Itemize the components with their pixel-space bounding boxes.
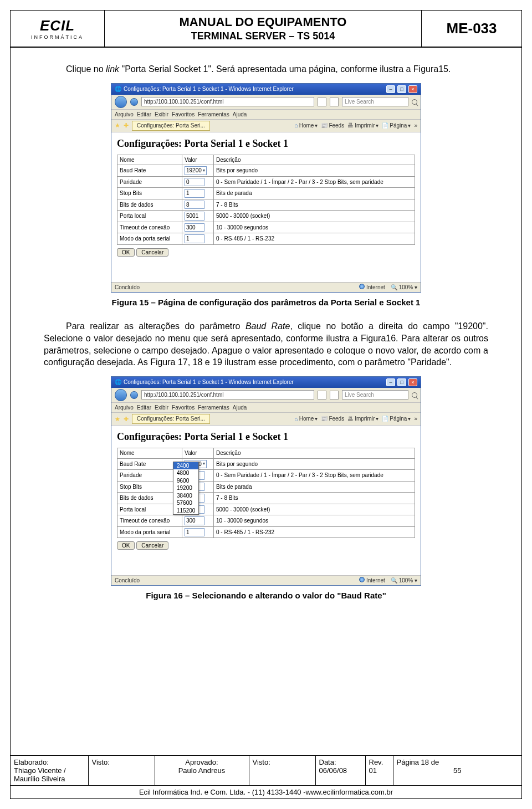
ie-favicon: 🌐 [115,85,121,93]
chevron-right-icon-2[interactable]: » [414,415,417,423]
dropdown-opt-19200[interactable]: 19200 [173,484,198,492]
ie-tabbar: ★ ✚ Configurações: Porta Seri... ⌂Home ▾… [111,120,421,132]
page-tool-2[interactable]: 📄 Página ▾ [382,415,411,423]
ie-title-text: Configurações: Porta Serial 1 e Socket 1… [124,85,384,93]
go-button-2[interactable] [318,391,326,400]
baudrate-select[interactable]: 19200▾ [185,166,207,175]
search-icon[interactable] [412,99,417,105]
menu-ajuda-2[interactable]: Ajuda [233,404,247,412]
p1-link-word: link [106,64,119,74]
menu-editar[interactable]: Editar [137,111,151,119]
caption-fig16: Figura 16 – Selecionando e alterando o v… [44,590,488,601]
forward-button[interactable] [130,98,138,106]
zoom-control[interactable]: 🔍 100% ▾ [391,284,417,291]
search-box-2[interactable]: Live Search [342,390,408,400]
ie-statusbar-2: Concluído Internet 🔍 100% ▾ [111,575,421,586]
print-tool[interactable]: 🖶Imprimir ▾ [347,121,378,130]
ie-titlebar-2: 🌐 Configurações: Porta Serial 1 e Socket… [111,377,421,388]
refresh-button[interactable] [330,98,339,106]
p1-a: Clique no [66,64,106,74]
modo-input[interactable]: 1 [185,234,204,243]
caption-fig15: Figura 15 – Página de configuração dos p… [44,297,488,308]
back-button[interactable] [115,96,127,108]
maximize-button-2[interactable]: □ [397,378,406,386]
ok-button[interactable]: OK [117,248,135,257]
ie-window-1: 🌐 Configurações: Porta Serial 1 e Socket… [111,83,421,293]
minimize-button-2[interactable]: – [386,378,395,386]
p1-c: "Porta Serial Socket 1". Será apresentad… [119,64,451,74]
logo-cell: ECIL INFORMÁTICA [11,11,105,47]
close-button-2[interactable]: × [408,378,417,386]
menu-editar-2[interactable]: Editar [137,404,151,412]
page-tool[interactable]: 📄 Página ▾ [382,122,411,130]
zoom-control-2[interactable]: 🔍 100% ▾ [391,577,417,585]
back-button-2[interactable] [115,389,127,401]
dropdown-opt-4800[interactable]: 4800 [173,469,198,477]
favorites-icon[interactable]: ★ [115,121,120,130]
footer-page-total: 55 [397,766,519,775]
refresh-button-2[interactable] [330,391,339,400]
globe-icon-2 [359,577,365,582]
portalocal-input[interactable]: 5001 [185,212,204,221]
menu-exibir-2[interactable]: Exibir [155,404,168,412]
search-icon-2[interactable] [412,392,417,398]
logo-brand: ECIL [31,17,84,34]
title-main: MANUAL DO EQUIPAMENTO [180,15,347,29]
dropdown-opt-38400[interactable]: 38400 [173,492,198,500]
browser-tab-2[interactable]: Configurações: Porta Seri... [132,414,210,424]
address-bar[interactable]: http://100.100.100.251/conf.html [141,97,314,107]
ie-title-text-2: Configurações: Porta Serial 1 e Socket 1… [124,378,384,386]
menu-arquivo[interactable]: Arquivo [115,111,134,119]
go-button[interactable] [318,98,326,106]
baudrate-dropdown[interactable]: 2400 4800 9600 19200 38400 57600 115200 [173,462,199,515]
add-fav-icon-2[interactable]: ✚ [124,415,129,423]
status-zone: Internet [366,284,385,290]
menu-ajuda[interactable]: Ajuda [233,111,247,119]
home-tool-2[interactable]: ⌂Home ▾ [294,415,318,423]
forward-button-2[interactable] [130,391,138,399]
databits-input[interactable]: 8 [185,201,204,209]
globe-icon [359,284,365,289]
cancel-button[interactable]: Cancelar [136,248,168,257]
timeout-input[interactable]: 300 [185,223,204,232]
maximize-button[interactable]: □ [397,85,406,93]
menu-ferramentas[interactable]: Ferramentas [198,111,229,119]
footer-rev-value: 01 [369,766,390,775]
print-tool-2[interactable]: 🖶Imprimir ▾ [347,415,378,423]
p2-a: Para realizar as alterações do parâmetro [66,321,245,331]
stopbits-input[interactable]: 1 [185,189,204,198]
paridade-input[interactable]: 0 [185,178,204,187]
menu-arquivo-2[interactable]: Arquivo [115,404,134,412]
menu-favoritos[interactable]: Favoritos [172,111,195,119]
feeds-tool-2[interactable]: 📰 Feeds [321,415,344,423]
footer-aprovado-label: Aprovado: [158,758,245,766]
chevron-right-icon[interactable]: » [414,122,417,130]
address-bar-2[interactable]: http://100.100.100.251/conf.html [141,390,314,400]
dropdown-opt-115200[interactable]: 115200 [173,507,198,515]
cancel-button-2[interactable]: Cancelar [136,541,168,550]
title-cell: MANUAL DO EQUIPAMENTO TERMINAL SERVER – … [105,11,422,47]
dropdown-opt-57600[interactable]: 57600 [173,499,198,507]
footer-data-label: Data: [319,758,362,766]
search-box[interactable]: Live Search [342,97,408,107]
menu-favoritos-2[interactable]: Favoritos [172,404,195,412]
doc-code: ME-033 [446,20,497,37]
feeds-tool[interactable]: 📰 Feeds [321,122,344,130]
close-button[interactable]: × [408,85,417,93]
add-fav-icon[interactable]: ✚ [124,121,129,130]
doc-header: ECIL INFORMÁTICA MANUAL DO EQUIPAMENTO T… [11,11,521,48]
ok-button-2[interactable]: OK [117,541,135,550]
home-tool[interactable]: ⌂Home ▾ [294,121,318,130]
dropdown-opt-2400[interactable]: 2400 [173,462,198,470]
browser-tab[interactable]: Configurações: Porta Seri... [132,121,210,131]
footer-visto2-label: Visto: [253,758,312,766]
favorites-icon-2[interactable]: ★ [115,415,120,423]
status-left: Concluído [115,284,140,291]
minimize-button[interactable]: – [386,85,395,93]
dropdown-opt-9600[interactable]: 9600 [173,477,198,485]
config-heading: Configurações: Porta Serial 1 e Socket 1 [117,137,415,150]
menu-ferramentas-2[interactable]: Ferramentas [198,404,229,412]
logo-sub: INFORMÁTICA [31,34,84,40]
menu-exibir[interactable]: Exibir [155,111,168,119]
ie-tabbar-2: ★ ✚ Configurações: Porta Seri... ⌂Home ▾… [111,413,421,426]
